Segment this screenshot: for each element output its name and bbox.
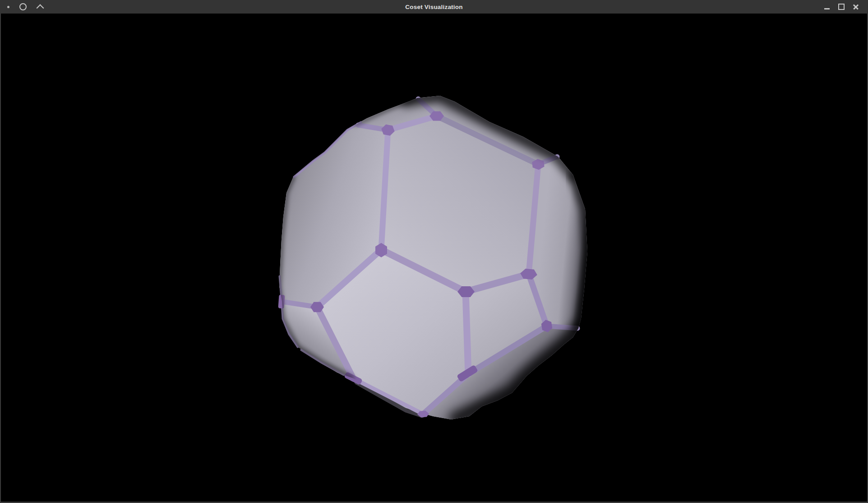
polyhedron-edge: [466, 292, 468, 374]
circle-icon[interactable]: [19, 3, 27, 10]
maximize-icon: [838, 4, 845, 10]
dot-icon[interactable]: [7, 6, 9, 8]
3d-viewport[interactable]: [0, 14, 868, 503]
polyhedron-canvas: [0, 14, 868, 503]
close-button[interactable]: [850, 1, 862, 13]
titlebar-left-icons: [0, 0, 43, 14]
titlebar: Coset Visualization: [0, 0, 868, 14]
window-controls: [818, 0, 868, 14]
minimize-button[interactable]: [821, 1, 833, 13]
close-icon: [853, 4, 859, 10]
window-title: Coset Visualization: [0, 0, 868, 14]
minimize-icon: [824, 8, 830, 9]
window-border-left: [0, 14, 1, 503]
maximize-button[interactable]: [836, 1, 847, 13]
chevron-up-icon[interactable]: [37, 4, 44, 12]
app-window: Coset Visualization: [0, 0, 868, 503]
